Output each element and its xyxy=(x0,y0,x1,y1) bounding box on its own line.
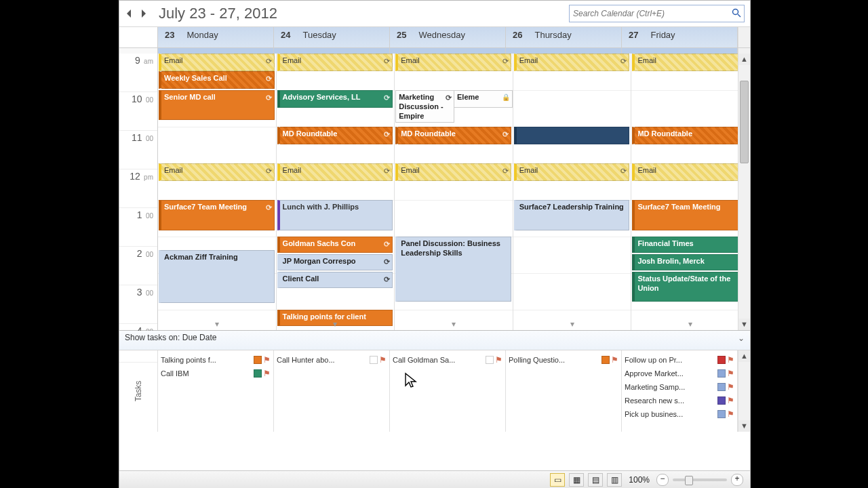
appointment[interactable]: Surface7 Team Meeting⟳ xyxy=(159,200,275,230)
prev-week-button[interactable] xyxy=(125,7,134,20)
category-icon xyxy=(717,396,726,405)
appointment[interactable]: Email⟳ xyxy=(277,163,393,181)
appointment[interactable]: Eleme🔒 xyxy=(454,90,513,108)
day-column[interactable]: Email⟳Weekly Sales Call⟳Senior MD call⟳E… xyxy=(158,54,277,330)
search-input[interactable] xyxy=(569,5,745,22)
view-normal-button[interactable]: ▭ xyxy=(550,473,565,487)
task-item[interactable]: Call IBM⚑ xyxy=(161,367,271,380)
zoom-label: 100% xyxy=(629,475,650,485)
task-item[interactable]: Call Goldman Sa...⚑ xyxy=(393,353,502,367)
flag-icon[interactable]: ⚑ xyxy=(611,355,618,365)
task-column[interactable]: Talking points f...⚑Call IBM⚑ xyxy=(158,350,274,432)
next-week-button[interactable] xyxy=(138,7,148,20)
flag-icon[interactable]: ⚑ xyxy=(495,355,502,365)
appointment[interactable]: Email⟳ xyxy=(159,163,275,181)
zoom-slider[interactable] xyxy=(673,479,727,481)
flag-icon[interactable]: ⚑ xyxy=(379,355,387,365)
task-item[interactable]: Marketing Samp...⚑ xyxy=(625,380,734,394)
recurring-icon: ⟳ xyxy=(266,56,272,66)
appointment[interactable]: Email⟳ xyxy=(632,54,748,71)
more-below-icon[interactable]: ▾ xyxy=(395,319,513,329)
appointment[interactable]: Email⟳ xyxy=(395,163,511,181)
day-header[interactable]: 26Thursday xyxy=(506,27,622,47)
category-icon xyxy=(254,369,262,378)
day-column[interactable]: Email⟳Advisory Services, LL⟳MD Roundtabl… xyxy=(277,54,395,330)
recurring-icon: ⟳ xyxy=(266,166,272,176)
more-below-icon[interactable]: ▾ xyxy=(277,319,395,329)
day-header[interactable]: 27Friday xyxy=(622,27,738,47)
zoom-control[interactable]: − + xyxy=(656,474,743,486)
task-column[interactable]: Polling Questio...⚑ xyxy=(506,350,622,432)
day-column[interactable]: Email⟳MD Roundtable⟳Email⟳Surface7 Team … xyxy=(631,54,750,330)
appointment[interactable]: Email⟳ xyxy=(514,54,630,71)
zoom-in-button[interactable]: + xyxy=(731,474,743,486)
flag-icon[interactable]: ⚑ xyxy=(727,355,734,365)
appointment[interactable]: Josh Brolin, Merck⟳ xyxy=(632,254,748,270)
task-column[interactable]: Follow up on Pr...⚑Approve Market...⚑Mar… xyxy=(622,350,738,432)
category-icon xyxy=(717,356,726,364)
day-column[interactable]: Email⟳Marketing Discussion - Empire⟳Elem… xyxy=(395,54,513,330)
task-item[interactable]: Research new s...⚑ xyxy=(625,394,734,407)
flag-icon[interactable]: ⚑ xyxy=(263,369,271,378)
appointment[interactable]: Weekly Sales Call⟳ xyxy=(159,71,275,89)
more-below-icon[interactable]: ▾ xyxy=(158,319,276,329)
appointment[interactable]: MD Roundtable⟳ xyxy=(395,127,511,144)
task-item[interactable]: Pick up busines...⚑ xyxy=(625,407,734,421)
flag-icon[interactable]: ⚑ xyxy=(727,409,734,419)
appointment[interactable]: Surface7 Team Meeting⟳ xyxy=(632,200,748,230)
appointment[interactable]: Financial Times⟳ xyxy=(632,237,748,253)
appointment[interactable]: Email⟳ xyxy=(395,54,511,71)
appointment[interactable]: Status Update/State of the Union⟳ xyxy=(632,272,748,302)
appointment[interactable]: Email⟳ xyxy=(514,163,630,181)
appointment[interactable] xyxy=(514,127,630,144)
view-grid-button[interactable]: ▦ xyxy=(569,473,584,487)
view-list-button[interactable]: ▤ xyxy=(588,473,603,487)
flag-icon[interactable]: ⚑ xyxy=(263,355,271,365)
scroll-up-icon[interactable]: ▲ xyxy=(738,350,750,362)
tasks-header[interactable]: Show tasks on: Due Date ⌄ xyxy=(119,331,750,350)
task-item[interactable]: Follow up on Pr...⚑ xyxy=(625,353,734,367)
chevron-down-icon[interactable]: ⌄ xyxy=(738,333,745,343)
search-icon[interactable] xyxy=(730,7,743,19)
appointment[interactable]: JP Morgan Correspo⟳ xyxy=(277,254,393,270)
recurring-icon: ⟳ xyxy=(384,129,390,139)
flag-icon[interactable]: ⚑ xyxy=(727,382,734,392)
scroll-thumb[interactable] xyxy=(740,81,749,163)
task-item[interactable]: Call Hunter abo...⚑ xyxy=(277,353,387,367)
appointment[interactable]: Email⟳ xyxy=(159,54,275,71)
lock-icon: 🔒 xyxy=(502,93,510,102)
day-column[interactable]: Email⟳Email⟳Surface7 Leadership Training… xyxy=(513,54,632,330)
appointment[interactable]: Email⟳ xyxy=(632,163,748,181)
scroll-down-icon[interactable]: ▼ xyxy=(738,420,750,432)
scroll-down-icon[interactable]: ▼ xyxy=(738,319,750,330)
appointment[interactable]: Lunch with J. Phillips xyxy=(277,200,393,230)
flag-icon[interactable]: ⚑ xyxy=(727,369,734,378)
vertical-scrollbar[interactable]: ▲ ▼ xyxy=(738,54,750,330)
more-below-icon[interactable]: ▾ xyxy=(631,319,749,329)
day-header[interactable]: 24Tuesday xyxy=(274,27,390,47)
appointment[interactable]: Ackman Ziff Training xyxy=(159,250,275,303)
appointment[interactable]: Email⟳ xyxy=(277,54,393,71)
task-column[interactable]: Call Hunter abo...⚑ xyxy=(274,350,390,432)
view-columns-button[interactable]: ▥ xyxy=(607,473,622,487)
flag-icon[interactable]: ⚑ xyxy=(727,396,734,405)
task-item[interactable]: Talking points f...⚑ xyxy=(161,353,271,367)
day-header[interactable]: 23Monday xyxy=(158,27,274,47)
task-column[interactable]: Call Goldman Sa...⚑ xyxy=(390,350,506,432)
appointment[interactable]: Client Call⟳ xyxy=(277,272,393,288)
appointment[interactable]: Marketing Discussion - Empire⟳ xyxy=(395,90,454,123)
day-header[interactable]: 25Wednesday xyxy=(390,27,506,47)
appointment[interactable]: MD Roundtable⟳ xyxy=(277,127,393,144)
appointment[interactable]: MD Roundtable⟳ xyxy=(632,127,748,144)
appointment[interactable]: Advisory Services, LL⟳ xyxy=(277,90,393,108)
category-icon xyxy=(254,356,262,364)
appointment[interactable]: Senior MD call⟳ xyxy=(159,90,275,120)
appointment[interactable]: Panel Discussion: Business Leadership Sk… xyxy=(395,237,511,302)
appointment[interactable]: Goldman Sachs Con⟳ xyxy=(277,237,393,253)
appointment[interactable]: Surface7 Leadership Training xyxy=(514,200,630,230)
more-below-icon[interactable]: ▾ xyxy=(513,319,631,329)
task-item[interactable]: Approve Market...⚑ xyxy=(625,367,734,380)
zoom-out-button[interactable]: − xyxy=(656,474,669,486)
task-item[interactable]: Polling Questio...⚑ xyxy=(509,353,618,367)
scroll-up-icon[interactable]: ▲ xyxy=(738,54,750,65)
